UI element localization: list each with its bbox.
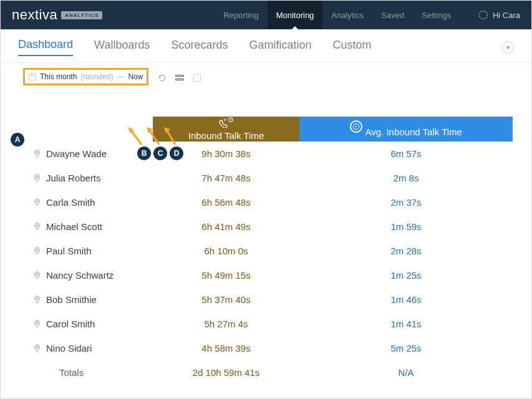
row-name: Carla Smith [46,197,95,208]
table-row: Paul Smith6h 10m 0s2m 28s [28,239,513,263]
logo-badge: ANALYTICS [61,11,102,19]
avg-cell: 1m 25s [299,263,513,287]
logo-text: nextiva [12,7,57,23]
name-cell[interactable]: Carla Smith [28,190,153,214]
date-range-selector[interactable]: This month (rounded) — Now [23,68,148,85]
subnav-scorecards[interactable]: Scorecards [171,39,228,55]
subnav-wallboards[interactable]: Wallboards [94,39,150,55]
annotation-b: B [137,147,151,160]
svg-point-12 [36,347,38,349]
pin-icon [33,344,41,352]
refresh-button[interactable] [158,74,167,82]
topnav-reporting[interactable]: Reporting [215,1,267,29]
row-name: Bob Smithie [46,294,97,305]
row-name: Dwayne Wade [46,148,107,159]
row-name: Nino Sidari [46,343,92,353]
play-icon [501,41,514,54]
data-table: Inbound Talk Time Avg. Inbound Talk Time… [28,117,513,385]
top-nav: nextiva ANALYTICS Reporting Monitoring A… [1,1,531,29]
avg-cell: 2m 37s [299,190,513,214]
toolbar-region: This month (rounded) — Now A B C D [1,63,531,117]
pin-icon [33,271,41,279]
inbound-cell: 6h 41m 49s [153,214,299,239]
th-inbound-label: Inbound Talk Time [188,130,264,141]
subnav-gamification[interactable]: Gamification [249,39,311,55]
annotation-c: C [153,147,167,160]
topnav-settings[interactable]: Settings [413,1,460,29]
svg-point-10 [36,298,38,300]
subnav-custom[interactable]: Custom [333,39,372,55]
th-avg[interactable]: Avg. Inbound Talk Time [299,117,513,142]
name-cell[interactable]: Julia Roberts [28,166,153,190]
pin-icon [33,247,41,255]
totals-label: Totals [28,360,153,385]
totals-row: Totals2d 10h 59m 41sN/A [28,360,513,385]
avg-cell: 2m 28s [299,239,513,263]
data-table-wrap: Inbound Talk Time Avg. Inbound Talk Time… [1,117,531,385]
svg-point-11 [36,322,38,324]
row-name: Carol Smith [46,319,95,329]
name-cell[interactable]: Michael Scott [28,214,153,239]
layout-button[interactable] [175,74,184,82]
annotation-d: D [170,147,183,160]
svg-point-5 [36,176,38,178]
topnav-monitoring[interactable]: Monitoring [268,1,323,29]
inbound-cell: 5h 27m 4s [153,312,299,336]
sub-nav: Dashboard Wallboards Scorecards Gamifica… [1,29,531,63]
range-sep: — [117,72,124,81]
range-main: This month [40,72,77,81]
pin-icon [33,198,41,206]
table-row: Dwayne Wade9h 30m 38s6m 57s [28,142,513,166]
inbound-cell: 5h 49m 15s [153,263,299,287]
export-button[interactable] [193,74,201,82]
table-row: Carla Smith6h 56m 48s2m 37s [28,190,513,214]
user-menu[interactable]: Hi Cara [479,11,520,20]
totals-avg: N/A [299,360,513,385]
topnav-menu: Reporting Monitoring Analytics Saved Set… [215,1,460,29]
download-icon [193,74,201,82]
bars-icon [175,75,184,80]
calendar-icon [29,73,36,80]
row-name: Michael Scott [46,221,102,232]
pin-icon [33,223,41,231]
table-row: Julia Roberts7h 47m 48s2m 8s [28,166,513,190]
name-cell[interactable]: Carol Smith [28,312,153,336]
svg-point-6 [36,201,38,203]
inbound-cell: 4h 58m 39s [153,336,299,360]
row-name: Nancy Schwartz [46,270,114,281]
arrow-d [164,127,179,148]
pin-icon [33,174,41,182]
refresh-icon [158,74,167,82]
play-button[interactable] [501,41,514,54]
name-cell[interactable]: Nancy Schwartz [28,263,153,287]
arrow-c [147,127,162,148]
subnav-dashboard[interactable]: Dashboard [18,38,73,56]
name-cell[interactable]: Nino Sidari [28,336,153,360]
inbound-cell: 6h 56m 48s [153,190,299,214]
row-name: Paul Smith [46,246,92,256]
pin-icon [33,320,41,328]
topnav-analytics[interactable]: Analytics [322,1,372,29]
avg-cell: 2m 8s [299,166,513,190]
svg-point-9 [36,274,38,276]
svg-point-4 [36,152,38,154]
logo: nextiva ANALYTICS [12,7,102,23]
target-icon [350,120,362,133]
inbound-cell: 6h 10m 0s [153,239,299,263]
row-name: Julia Roberts [46,173,101,183]
pin-icon [33,296,41,304]
table-row: Nino Sidari4h 58m 39s5m 25s [28,336,513,360]
inbound-cell: 5h 37m 40s [153,287,299,312]
totals-inbound: 2d 10h 59m 41s [153,360,299,385]
avg-cell: 5m 25s [299,336,513,360]
avg-cell: 1m 46s [299,287,513,312]
phone-time-icon [218,117,235,128]
name-cell[interactable]: Bob Smithie [28,287,153,312]
th-avg-label: Avg. Inbound Talk Time [365,127,462,137]
table-row: Michael Scott6h 41m 49s1m 59s [28,214,513,239]
avg-cell: 6m 57s [299,142,513,166]
user-greeting: Hi Cara [493,11,520,20]
name-cell[interactable]: Paul Smith [28,239,153,263]
topnav-saved[interactable]: Saved [372,1,413,29]
avg-cell: 1m 59s [299,214,513,239]
